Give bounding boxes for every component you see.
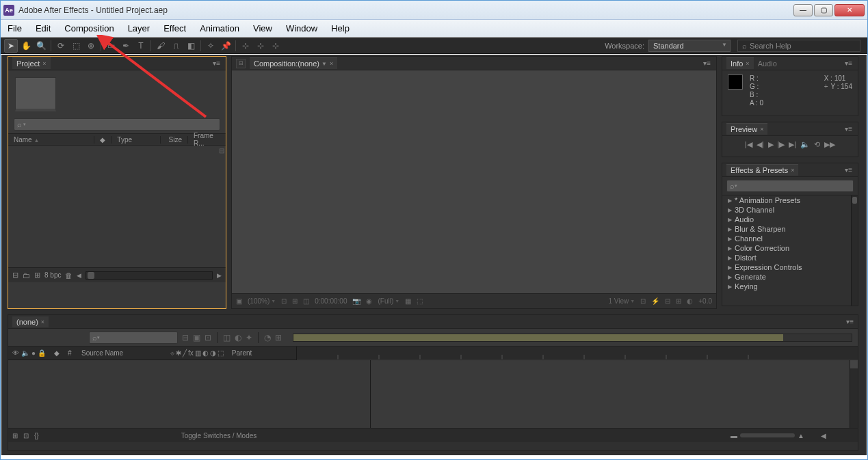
- panel-menu-icon[interactable]: ▾≡: [702, 59, 712, 67]
- panel-menu-icon[interactable]: ▾≡: [843, 166, 854, 174]
- project-listing[interactable]: ⊟: [8, 146, 226, 267]
- motionblur-icon[interactable]: ◐: [202, 349, 209, 357]
- effects-category[interactable]: ▶Distort: [722, 253, 858, 262]
- timeline-layer-list[interactable]: [8, 360, 371, 428]
- info-tab[interactable]: Info×: [726, 57, 754, 69]
- zoom-out-icon[interactable]: ▬: [731, 432, 737, 439]
- always-preview-icon[interactable]: ▣: [236, 297, 242, 305]
- audio-tab[interactable]: Audio: [754, 58, 781, 69]
- roto-tool-icon[interactable]: ✧: [204, 39, 218, 53]
- menu-file[interactable]: File: [1, 20, 29, 37]
- 3d-icon[interactable]: ⬚: [218, 349, 224, 357]
- resolution-dropdown[interactable]: (Full)▼: [378, 297, 399, 305]
- audio-icon[interactable]: 🔈: [21, 349, 29, 357]
- flowchart-icon[interactable]: ⊟: [219, 147, 224, 154]
- preview-tab[interactable]: Preview×: [726, 123, 767, 135]
- draft-3d-icon[interactable]: ▣: [193, 333, 200, 342]
- timeline-tab[interactable]: (none) ×: [12, 316, 49, 327]
- zoom-dropdown[interactable]: (100%)▼: [248, 297, 276, 305]
- show-channel-icon[interactable]: ◉: [366, 297, 372, 305]
- close-icon[interactable]: ×: [42, 60, 46, 67]
- type-tool-icon[interactable]: T: [134, 39, 148, 53]
- frame-blend-icon[interactable]: ◫: [223, 333, 231, 342]
- grid-icon[interactable]: ⊞: [292, 297, 298, 305]
- close-button[interactable]: ✕: [834, 4, 865, 16]
- dropdown-icon[interactable]: ▾: [23, 122, 26, 127]
- effects-category[interactable]: ▶Generate: [722, 272, 858, 282]
- clone-tool-icon[interactable]: ⎍: [169, 39, 183, 53]
- video-icon[interactable]: 👁: [12, 349, 19, 357]
- menu-layer[interactable]: Layer: [121, 20, 157, 37]
- project-hscroll[interactable]: [86, 271, 213, 280]
- menu-animation[interactable]: Animation: [193, 20, 246, 37]
- comp-flowchart-icon[interactable]: ⊞: [676, 297, 681, 305]
- ram-preview-icon[interactable]: ▶▶: [824, 140, 835, 149]
- panel-menu-icon[interactable]: ▾≡: [211, 59, 222, 67]
- col-source[interactable]: Source Name: [77, 349, 166, 357]
- project-tab[interactable]: Project ×: [12, 57, 51, 69]
- comp-tab[interactable]: Composition: (none) ▼ ×: [250, 57, 337, 69]
- effects-vscroll[interactable]: [851, 195, 858, 306]
- menu-help[interactable]: Help: [324, 20, 356, 37]
- hand-tool-icon[interactable]: ✋: [19, 39, 33, 53]
- eraser-tool-icon[interactable]: ◧: [184, 39, 198, 53]
- effects-category[interactable]: ▶* Animation Presets: [722, 195, 858, 205]
- col-parent[interactable]: Parent: [228, 349, 296, 357]
- toggle-switches-button[interactable]: Toggle Switches / Modes: [181, 432, 257, 439]
- last-frame-icon[interactable]: ▶|: [789, 140, 796, 149]
- effects-category[interactable]: ▶Blur & Sharpen: [722, 224, 858, 234]
- transparency-icon[interactable]: ▦: [405, 297, 411, 305]
- fx-icon[interactable]: fx: [188, 349, 194, 357]
- workspace-dropdown[interactable]: Standard: [648, 40, 731, 52]
- timeline-body[interactable]: [8, 360, 858, 429]
- solo-icon[interactable]: ●: [31, 349, 36, 357]
- effects-category[interactable]: ▶Channel: [722, 234, 858, 243]
- close-icon[interactable]: ×: [41, 319, 44, 325]
- flowchart-nav-icon[interactable]: ⊟: [236, 59, 246, 68]
- graph-editor-icon[interactable]: ⊞: [275, 333, 282, 342]
- pixel-aspect-icon[interactable]: ⊡: [640, 297, 646, 305]
- next-frame-icon[interactable]: |▶: [778, 140, 785, 149]
- scroll-left-icon[interactable]: ◀: [821, 432, 826, 439]
- first-frame-icon[interactable]: |◀: [745, 140, 752, 149]
- trash-icon[interactable]: 🗑: [65, 271, 73, 280]
- zoom-tool-icon[interactable]: 🔍: [34, 39, 48, 53]
- effects-category[interactable]: ▶Expression Controls: [722, 262, 858, 272]
- collapse-icon[interactable]: ✱: [176, 349, 181, 357]
- exposure-reset-icon[interactable]: ◐: [687, 297, 693, 305]
- col-label-icon[interactable]: ◆: [94, 136, 111, 144]
- effects-category[interactable]: ▶Keying: [722, 282, 858, 291]
- exposure-value[interactable]: +0.0: [698, 297, 712, 305]
- selection-tool-icon[interactable]: ➤: [4, 39, 18, 53]
- expand-pane-icon[interactable]: ⊞: [12, 432, 18, 439]
- close-icon[interactable]: ×: [791, 167, 794, 174]
- brush-tool-icon[interactable]: 🖌: [154, 39, 168, 53]
- col-type[interactable]: Type: [111, 136, 161, 144]
- pan-behind-tool-icon[interactable]: ⊕: [84, 39, 98, 53]
- panel-menu-icon[interactable]: ▾≡: [843, 125, 854, 133]
- comp-mini-flowchart-icon[interactable]: ⊟: [182, 333, 189, 342]
- roi-icon[interactable]: ⊡: [281, 297, 287, 305]
- new-comp-icon[interactable]: ⊞: [34, 271, 40, 280]
- panel-menu-icon[interactable]: ▾≡: [846, 318, 854, 325]
- new-folder-icon[interactable]: 🗀: [23, 271, 30, 280]
- project-search-input[interactable]: ⌕ ▾: [14, 118, 220, 131]
- hide-shy-icon[interactable]: ⊡: [205, 333, 211, 342]
- frameblend-icon[interactable]: ▥: [195, 349, 201, 357]
- camera-tool-icon[interactable]: ⬚: [69, 39, 83, 53]
- 3d-view-icon[interactable]: ⬚: [417, 297, 423, 305]
- mask-toggle-icon[interactable]: ◫: [303, 297, 309, 305]
- view-layout-dropdown[interactable]: 1 View▼: [608, 297, 635, 305]
- quality-icon[interactable]: ╱: [183, 349, 187, 357]
- view-axis-icon[interactable]: ⊹: [269, 39, 282, 53]
- col-num[interactable]: #: [64, 349, 77, 357]
- menu-view[interactable]: View: [246, 20, 279, 37]
- effects-category[interactable]: ▶Audio: [722, 215, 858, 224]
- effects-tab[interactable]: Effects & Presets×: [726, 164, 798, 176]
- interpret-footage-icon[interactable]: ⊟: [12, 271, 18, 280]
- close-icon[interactable]: ×: [746, 60, 749, 67]
- fast-preview-icon[interactable]: ⚡: [651, 297, 659, 305]
- timeline-navigator[interactable]: [293, 334, 852, 342]
- col-name[interactable]: Name ▲: [8, 136, 94, 144]
- prev-frame-icon[interactable]: ◀|: [757, 140, 764, 149]
